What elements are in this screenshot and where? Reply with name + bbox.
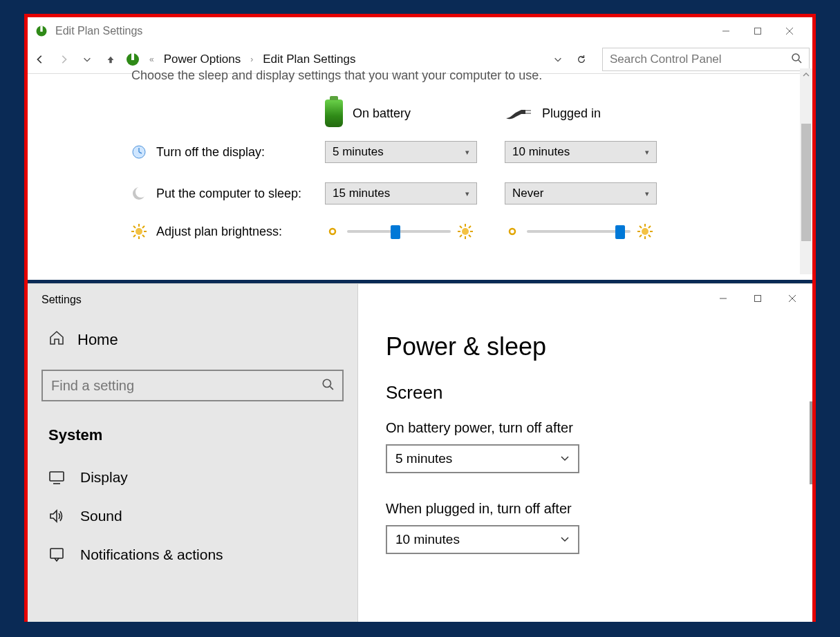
scroll-thumb[interactable] <box>801 124 811 241</box>
svg-point-46 <box>323 379 330 387</box>
display-timer-icon <box>131 144 147 160</box>
slider-thumb[interactable] <box>391 225 400 239</box>
sidebar-item-sound[interactable]: Sound <box>28 497 357 535</box>
moon-icon <box>131 186 147 201</box>
back-button[interactable] <box>30 50 50 69</box>
home-icon <box>48 330 65 350</box>
sun-bright-icon <box>637 224 653 239</box>
svg-line-45 <box>640 235 642 237</box>
svg-line-32 <box>460 226 462 228</box>
maximize-button[interactable] <box>740 287 775 310</box>
svg-line-34 <box>469 226 471 228</box>
titlebar[interactable]: Edit Plan Settings <box>28 17 812 45</box>
minimize-button[interactable] <box>710 21 742 41</box>
address-dropdown[interactable] <box>548 50 568 69</box>
setting-row-display: Turn off the display: 5 minutes ▾ 10 min… <box>131 141 736 163</box>
svg-rect-50 <box>50 549 63 558</box>
search-input[interactable] <box>610 53 791 66</box>
brightness-slider-plugged[interactable] <box>527 230 631 233</box>
column-header-battery: On battery <box>325 99 498 127</box>
search-box[interactable] <box>602 48 810 71</box>
svg-point-8 <box>792 54 799 61</box>
sidebar-item-label: Notifications & actions <box>80 546 223 563</box>
sidebar-group-title: System <box>28 422 357 458</box>
svg-point-27 <box>462 228 469 235</box>
sidebar-item-display[interactable]: Display <box>28 458 357 497</box>
scrollbar[interactable] <box>800 68 812 274</box>
close-button[interactable] <box>774 21 805 41</box>
svg-point-37 <box>642 228 648 235</box>
svg-line-33 <box>469 235 471 237</box>
svg-rect-48 <box>50 472 64 481</box>
refresh-button[interactable] <box>572 50 591 69</box>
settings-window: Settings Home System Display Sound <box>28 283 812 622</box>
svg-rect-1 <box>40 26 42 32</box>
column-label: On battery <box>353 106 411 121</box>
minimize-button[interactable] <box>706 287 740 310</box>
chevron-down-icon <box>560 451 570 466</box>
display-off-battery-select[interactable]: 5 minutes ▾ <box>325 141 477 163</box>
setting-row-sleep: Put the computer to sleep: 15 minutes ▾ … <box>131 182 736 205</box>
search-input[interactable] <box>51 378 321 394</box>
svg-rect-3 <box>755 28 761 35</box>
slider-thumb[interactable] <box>615 225 625 239</box>
breadcrumb-item[interactable]: Power Options <box>162 53 243 66</box>
sun-icon <box>131 224 147 239</box>
sidebar-home[interactable]: Home <box>28 323 357 357</box>
svg-line-42 <box>640 226 642 228</box>
brightness-slider-battery[interactable] <box>347 230 451 233</box>
sidebar-item-label: Home <box>77 331 118 349</box>
breadcrumb-root-icon[interactable]: « <box>145 55 158 64</box>
control-panel-window: Edit Plan Settings « Power Options › <box>28 17 812 280</box>
search-icon[interactable] <box>321 378 334 393</box>
breadcrumb-item[interactable]: Edit Plan Settings <box>261 53 357 66</box>
sleep-battery-select[interactable]: 15 minutes ▾ <box>325 182 477 205</box>
page-title: Power & sleep <box>386 332 785 361</box>
row-label: Adjust plan brightness: <box>156 225 282 239</box>
settings-sidebar: Settings Home System Display Sound <box>28 284 358 622</box>
forward-button[interactable] <box>54 50 73 69</box>
sleep-plugged-select[interactable]: Never ▾ <box>505 182 657 205</box>
svg-point-17 <box>136 228 142 235</box>
display-off-plugged-select[interactable]: 10 minutes ▾ <box>505 141 657 163</box>
notifications-icon <box>48 546 65 563</box>
sound-icon <box>48 508 65 524</box>
setting-row-brightness: Adjust plan brightness: <box>131 224 736 239</box>
sidebar-item-label: Display <box>80 469 128 486</box>
svg-line-35 <box>460 235 462 237</box>
power-options-icon <box>35 24 48 38</box>
content-area: Choose the sleep and display settings th… <box>28 68 812 274</box>
svg-rect-7 <box>131 53 134 60</box>
screen-off-plugged-select[interactable]: 10 minutes <box>386 525 579 554</box>
column-header-plugged: Plugged in <box>505 106 678 121</box>
row-label: Put the computer to sleep: <box>156 187 301 201</box>
sidebar-search[interactable] <box>41 370 344 401</box>
sun-dim-icon <box>325 224 340 239</box>
window-title: Settings <box>28 284 357 323</box>
chevron-down-icon: ▾ <box>465 189 469 198</box>
svg-line-23 <box>142 235 144 237</box>
svg-line-44 <box>648 226 651 228</box>
svg-line-22 <box>133 226 136 228</box>
close-button[interactable] <box>775 287 810 310</box>
screen-off-battery-select[interactable]: 5 minutes <box>386 444 579 473</box>
settings-main: Power & sleep Screen On battery power, t… <box>358 284 812 622</box>
search-icon[interactable] <box>791 53 802 66</box>
svg-rect-52 <box>755 296 761 302</box>
svg-line-25 <box>133 235 136 237</box>
svg-point-16 <box>136 187 147 198</box>
history-dropdown[interactable] <box>77 50 97 69</box>
sidebar-item-notifications[interactable]: Notifications & actions <box>28 535 357 574</box>
svg-line-47 <box>330 386 333 390</box>
maximize-button[interactable] <box>742 21 774 41</box>
sun-bright-icon <box>458 224 473 239</box>
window-title: Edit Plan Settings <box>55 25 142 37</box>
scroll-thumb[interactable] <box>810 401 812 484</box>
svg-point-26 <box>330 229 335 234</box>
up-button[interactable] <box>101 50 120 69</box>
scroll-up-icon[interactable] <box>800 68 812 81</box>
svg-line-9 <box>799 60 801 63</box>
field-label: On battery power, turn off after <box>386 420 785 436</box>
plug-icon <box>505 106 532 121</box>
chevron-right-icon: › <box>246 55 257 64</box>
